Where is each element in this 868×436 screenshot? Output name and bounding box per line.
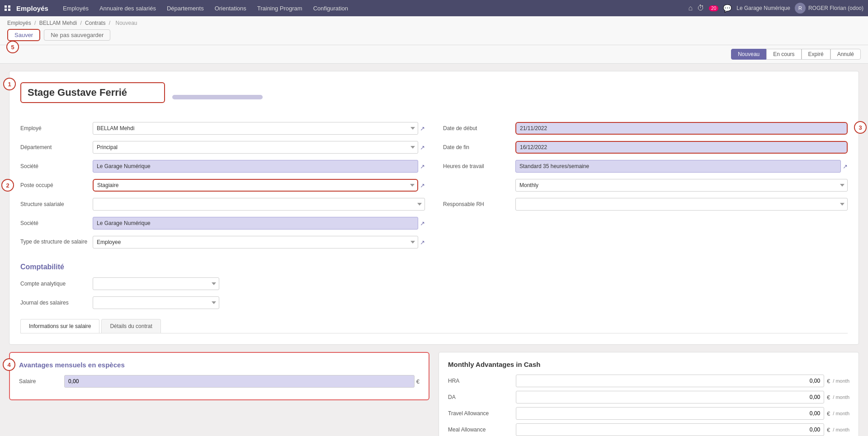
- avantages-section: 4 Avantages mensuels en espèces Salaire …: [9, 352, 429, 436]
- heures-extlink[interactable]: [843, 163, 848, 170]
- form-section-right: 3 Date de début Date de fin Heures de tr…: [443, 121, 848, 254]
- status-expire[interactable]: Expiré: [802, 49, 830, 60]
- poste-extlink[interactable]: [420, 182, 425, 189]
- tab-informations[interactable]: Informations sur le salaire: [20, 319, 99, 333]
- structure-select[interactable]: [93, 198, 425, 211]
- monthly-currency: €: [827, 427, 830, 433]
- societe-extlink[interactable]: [420, 163, 425, 170]
- monthly-row: DA € / month: [448, 391, 849, 403]
- poste-label: Poste occupé: [20, 182, 93, 188]
- breadcrumb-nouveau: Nouveau: [115, 20, 137, 26]
- societe2-extlink[interactable]: [420, 220, 425, 227]
- responsable-rh-label: Responsable RH: [443, 201, 515, 207]
- compte-label: Compte analytique: [20, 281, 93, 287]
- responsable-rh-select[interactable]: [515, 198, 848, 211]
- date-fin-row: Date de fin: [443, 140, 848, 155]
- responsable-rh-row: Responsable RH: [443, 197, 848, 211]
- type-structure-select[interactable]: Employee: [93, 236, 418, 248]
- date-debut-control: [515, 122, 848, 135]
- poste-select[interactable]: Stagiaire: [93, 179, 418, 192]
- breadcrumb-employes[interactable]: Employés: [7, 20, 31, 26]
- currency-symbol: €: [416, 378, 420, 385]
- type-structure-extlink[interactable]: [420, 239, 425, 246]
- employe-select[interactable]: BELLAM Mehdi: [93, 122, 418, 135]
- departement-select[interactable]: Principal: [93, 141, 418, 154]
- monthly-row-input-wrap: € / month: [516, 407, 849, 420]
- form-section-left: Employé BELLAM Mehdi Département Princip…: [20, 121, 425, 254]
- journal-salaires-row: Journal des salaires: [20, 295, 848, 310]
- home-icon[interactable]: ⌂: [688, 4, 693, 12]
- societe-select[interactable]: Le Garage Numérique: [93, 160, 418, 173]
- menu-configuration[interactable]: Configuration: [308, 0, 354, 16]
- monthly-unit: / month: [833, 427, 849, 432]
- monthly-select[interactable]: Monthly: [515, 179, 848, 192]
- salaire-input[interactable]: [64, 375, 415, 388]
- heures-travail-row: Heures de travail Standard 35 heures/sem…: [443, 159, 848, 173]
- employe-label: Employé: [20, 125, 93, 131]
- breadcrumb-bellam[interactable]: BELLAM Mehdi: [39, 20, 77, 26]
- title-row: [20, 82, 848, 112]
- menu-annuaire[interactable]: Annuaire des salariés: [94, 0, 161, 16]
- notification-badge: 20: [709, 5, 718, 11]
- heures-travail-select[interactable]: Standard 35 heures/semaine: [515, 160, 841, 173]
- app-grid-icon[interactable]: [5, 5, 11, 11]
- societe2-control: Le Garage Numérique: [93, 217, 425, 230]
- breadcrumb: Employés / BELLAM Mehdi / Contrats / Nou…: [7, 20, 861, 26]
- societe-label: Société: [20, 163, 93, 169]
- app-title: Employés: [16, 5, 48, 12]
- status-annule[interactable]: Annulé: [830, 49, 861, 60]
- poste-row: 2 Poste occupé Stagiaire: [20, 178, 425, 192]
- tabs-bar: Informations sur le salaire Détails du c…: [20, 319, 848, 333]
- user-name: ROGER Florian (odoo): [808, 5, 863, 11]
- status-buttons: Nouveau En cours Expiré Annulé: [731, 49, 861, 60]
- employe-extlink[interactable]: [420, 125, 425, 132]
- form-card: 1 Employé BELLAM Mehdi: [9, 71, 859, 345]
- monthly-row-input[interactable]: [516, 391, 824, 403]
- monthly-currency: €: [827, 394, 830, 401]
- tab-details[interactable]: Détails du contrat: [101, 319, 160, 333]
- monthly-unit: / month: [833, 411, 849, 416]
- salaire-row: Salaire €: [19, 375, 420, 388]
- menu-orientations[interactable]: Orientations: [209, 0, 252, 16]
- menu-departements[interactable]: Départements: [161, 0, 209, 16]
- menu-training[interactable]: Training Program: [252, 0, 308, 16]
- contract-title-input[interactable]: [20, 82, 165, 103]
- save-button[interactable]: Sauver: [7, 29, 40, 41]
- form-grid: Employé BELLAM Mehdi Département Princip…: [20, 121, 848, 254]
- top-menu: Employés Annuaire des salariés Départeme…: [57, 0, 686, 16]
- journal-select[interactable]: [93, 296, 219, 309]
- monthly-row-input-wrap: € / month: [516, 391, 849, 403]
- departement-extlink[interactable]: [420, 144, 425, 151]
- clock-icon[interactable]: ⏱: [697, 4, 704, 12]
- menu-employes[interactable]: Employés: [57, 0, 94, 16]
- employe-control: BELLAM Mehdi: [93, 122, 425, 135]
- structure-control: [93, 198, 425, 211]
- monthly-card-title: Monthly Advantages in Cash: [448, 361, 849, 368]
- monthly-row-input[interactable]: [516, 375, 824, 387]
- monthly-row-input[interactable]: [516, 423, 824, 436]
- date-debut-row: Date de début: [443, 121, 848, 136]
- chat-icon[interactable]: 💬: [723, 4, 732, 13]
- breadcrumb-contrats[interactable]: Contrats: [85, 20, 105, 26]
- status-nouveau[interactable]: Nouveau: [731, 49, 766, 60]
- monthly-row-label: HRA: [448, 378, 516, 384]
- monthly-row-input-wrap: € / month: [516, 375, 849, 387]
- status-encours[interactable]: En cours: [766, 49, 801, 60]
- salaire-label: Salaire: [19, 378, 64, 384]
- societe2-select[interactable]: Le Garage Numérique: [93, 217, 418, 230]
- date-debut-input[interactable]: [515, 122, 848, 135]
- annotation-2: 2: [1, 179, 14, 192]
- discard-button[interactable]: Ne pas sauvegarder: [44, 29, 110, 41]
- annotation-3: 3: [854, 121, 867, 134]
- compte-analytique-row: Compte analytique: [20, 277, 848, 291]
- date-fin-input[interactable]: [515, 141, 848, 154]
- compte-select[interactable]: [93, 277, 219, 290]
- salaire-input-wrap: €: [64, 375, 420, 388]
- status-bar: Nouveau En cours Expiré Annulé: [0, 45, 868, 64]
- journal-label: Journal des salaires: [20, 300, 93, 306]
- structure-row: Structure salariale: [20, 197, 425, 211]
- monthly-currency: €: [827, 378, 830, 384]
- monthly-row-input[interactable]: [516, 407, 824, 420]
- annotation-5: 5: [6, 41, 19, 53]
- progress-bar: [172, 95, 263, 99]
